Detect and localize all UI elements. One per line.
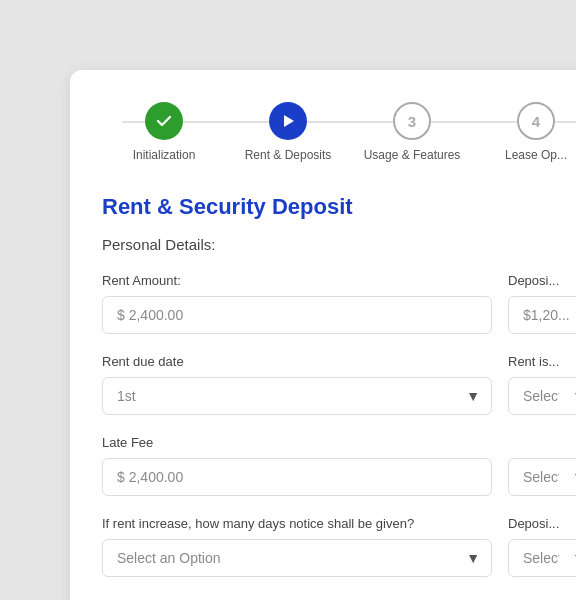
rent-increase-select-wrapper: Select an Option 30 days 60 days 90 days… bbox=[102, 539, 492, 577]
rent-due-date-group: Rent due date 1st 2nd 3rd 5th 10th 15th … bbox=[102, 354, 492, 415]
late-fee-right-label bbox=[508, 435, 576, 450]
rent-increase-group: If rent increase, how many days notice s… bbox=[102, 516, 492, 577]
deposit-right-label: Deposi... bbox=[508, 516, 576, 531]
step-circle-lease-options: 4 bbox=[517, 102, 555, 140]
late-fee-right-select[interactable]: Select... bbox=[508, 458, 576, 496]
step-number-usage-features: 3 bbox=[408, 113, 416, 130]
rent-is-group: Rent is... Select... ▼ bbox=[508, 354, 576, 415]
rent-due-date-label: Rent due date bbox=[102, 354, 492, 369]
step-circle-rent-deposits bbox=[269, 102, 307, 140]
late-fee-row: Late Fee Select... ▼ bbox=[102, 435, 576, 496]
late-fee-right-group: Select... ▼ bbox=[508, 435, 576, 496]
deposit-right-select-wrapper: Select... ▼ bbox=[508, 539, 576, 577]
rent-is-select[interactable]: Select... bbox=[508, 377, 576, 415]
personal-details-label: Personal Details: bbox=[102, 236, 576, 253]
step-label-rent-deposits: Rent & Deposits bbox=[245, 148, 332, 162]
check-icon bbox=[155, 112, 173, 130]
late-fee-label: Late Fee bbox=[102, 435, 492, 450]
section-title: Rent & Security Deposit bbox=[102, 194, 576, 220]
rent-is-select-wrapper: Select... ▼ bbox=[508, 377, 576, 415]
deposit-label: Deposi... bbox=[508, 273, 576, 288]
step-label-usage-features: Usage & Features bbox=[364, 148, 461, 162]
deposit-right-select[interactable]: Select... bbox=[508, 539, 576, 577]
rent-is-label: Rent is... bbox=[508, 354, 576, 369]
step-rent-deposits[interactable]: Rent & Deposits bbox=[226, 102, 350, 162]
rent-due-date-row: Rent due date 1st 2nd 3rd 5th 10th 15th … bbox=[102, 354, 576, 415]
rent-increase-select[interactable]: Select an Option 30 days 60 days 90 days bbox=[102, 539, 492, 577]
late-fee-input[interactable] bbox=[102, 458, 492, 496]
deposit-input[interactable] bbox=[508, 296, 576, 334]
rent-increase-row: If rent increase, how many days notice s… bbox=[102, 516, 576, 577]
svg-marker-0 bbox=[284, 115, 294, 127]
step-label-lease-options: Lease Op... bbox=[505, 148, 567, 162]
rent-amount-label: Rent Amount: bbox=[102, 273, 492, 288]
step-circle-initialization bbox=[145, 102, 183, 140]
deposit-group: Deposi... bbox=[508, 273, 576, 334]
late-fee-group: Late Fee bbox=[102, 435, 492, 496]
step-usage-features[interactable]: 3 Usage & Features bbox=[350, 102, 474, 162]
rent-amount-row: Rent Amount: Deposi... bbox=[102, 273, 576, 334]
play-icon bbox=[279, 112, 297, 130]
step-initialization[interactable]: Initialization bbox=[102, 102, 226, 162]
rent-amount-group: Rent Amount: bbox=[102, 273, 492, 334]
late-fee-right-select-wrapper: Select... ▼ bbox=[508, 458, 576, 496]
rent-due-date-select-wrapper: 1st 2nd 3rd 5th 10th 15th ▼ bbox=[102, 377, 492, 415]
step-circle-usage-features: 3 bbox=[393, 102, 431, 140]
step-number-lease-options: 4 bbox=[532, 113, 540, 130]
rent-amount-input[interactable] bbox=[102, 296, 492, 334]
step-lease-options[interactable]: 4 Lease Op... bbox=[474, 102, 576, 162]
step-label-initialization: Initialization bbox=[133, 148, 196, 162]
deposit-right-group: Deposi... Select... ▼ bbox=[508, 516, 576, 577]
rent-due-date-select[interactable]: 1st 2nd 3rd 5th 10th 15th bbox=[102, 377, 492, 415]
rent-increase-label: If rent increase, how many days notice s… bbox=[102, 516, 492, 531]
stepper: Initialization Rent & Deposits 3 Usage &… bbox=[102, 102, 576, 162]
